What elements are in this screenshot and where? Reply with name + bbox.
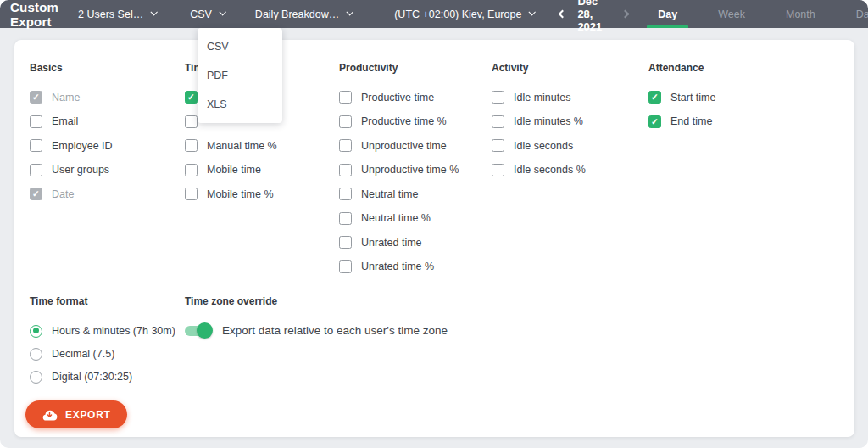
checkbox[interactable] bbox=[339, 139, 352, 152]
checkbox[interactable] bbox=[339, 260, 352, 273]
checkbox[interactable] bbox=[185, 188, 198, 200]
column-productivity: ProductivityProductive timeProductive ti… bbox=[339, 62, 492, 284]
cloud-download-icon bbox=[42, 409, 58, 421]
checkbox[interactable] bbox=[30, 164, 42, 176]
column-title-basics: Basics bbox=[30, 62, 185, 74]
timezone-override-toggle-row[interactable]: Export data relative to each user's time… bbox=[185, 324, 839, 337]
page-title: Custom Export bbox=[10, 0, 58, 28]
checkbox-checked-icon[interactable]: ✓ bbox=[30, 91, 42, 104]
users-dropdown[interactable]: 2 Users Sel… bbox=[78, 0, 156, 28]
export-columns: Basics✓NameEmailEmployee IDUser groups✓D… bbox=[30, 62, 839, 284]
chevron-down-icon bbox=[151, 8, 158, 15]
checkbox-checked-icon[interactable]: ✓ bbox=[648, 91, 661, 104]
checkbox-item-unrated-time[interactable]: Unrated time bbox=[339, 236, 492, 249]
next-date-button[interactable] bbox=[622, 0, 628, 28]
custom-export-screen: Custom Export 2 Users Sel… CSV Daily Bre… bbox=[0, 0, 868, 448]
export-format-dropdown[interactable]: CSV bbox=[190, 0, 225, 28]
chevron-down-icon bbox=[347, 8, 353, 15]
checkbox-item-productive-time[interactable]: Productive time % bbox=[339, 115, 492, 128]
time-format-title: Time format bbox=[30, 295, 185, 307]
checkbox-label: Employee ID bbox=[52, 140, 113, 152]
checkbox[interactable] bbox=[339, 164, 352, 176]
checkbox[interactable] bbox=[492, 139, 504, 152]
checkbox-item-employee-id[interactable]: Employee ID bbox=[30, 139, 185, 152]
timezone-label: (UTC +02:00) Kiev, Europe bbox=[394, 8, 521, 20]
checkbox-label: End time bbox=[670, 115, 712, 127]
checkbox[interactable] bbox=[339, 236, 352, 249]
radio-item-decimal-7-5[interactable]: Decimal (7.5) bbox=[30, 347, 185, 361]
checkbox-item-unrated-time[interactable]: Unrated time % bbox=[339, 260, 492, 273]
tab-day[interactable]: Day bbox=[647, 0, 688, 28]
toggle-knob bbox=[197, 322, 213, 339]
checkbox-item-start-time[interactable]: ✓Start time bbox=[648, 91, 839, 104]
radio-item-hours-minutes-7h-30m[interactable]: Hours & minutes (7h 30m) bbox=[30, 324, 185, 338]
date-navigation: Dec 28, 2021 bbox=[559, 0, 628, 28]
period-tabs: DayWeekMonthDate Range bbox=[628, 0, 868, 28]
checkbox[interactable] bbox=[185, 164, 198, 176]
tab-date-range[interactable]: Date Range bbox=[845, 0, 868, 28]
menu-item-xls[interactable]: XLS bbox=[198, 90, 282, 119]
export-button-label: EXPORT bbox=[65, 409, 111, 421]
checkbox-item-mobile-time[interactable]: Mobile time % bbox=[185, 188, 339, 200]
checkbox-item-date[interactable]: ✓Date bbox=[30, 188, 185, 200]
radio-label: Hours & minutes (7h 30m) bbox=[52, 325, 175, 337]
checkbox-checked-icon[interactable]: ✓ bbox=[648, 115, 661, 128]
checkbox[interactable] bbox=[492, 115, 504, 128]
checkbox-item-idle-seconds[interactable]: Idle seconds bbox=[492, 139, 648, 152]
radio-icon[interactable] bbox=[30, 348, 42, 361]
time-format-section: Time format Hours & minutes (7h 30m)Deci… bbox=[30, 295, 185, 393]
timezone-override-toggle[interactable] bbox=[185, 326, 210, 336]
export-button[interactable]: EXPORT bbox=[25, 400, 127, 428]
checkbox-item-neutral-time[interactable]: Neutral time % bbox=[339, 212, 492, 225]
checkbox-item-email[interactable]: Email bbox=[30, 115, 185, 128]
radio-selected-icon[interactable] bbox=[30, 325, 42, 338]
timezone-dropdown[interactable]: (UTC +02:00) Kiev, Europe bbox=[394, 0, 534, 28]
checkbox-item-idle-seconds[interactable]: Idle seconds % bbox=[492, 164, 648, 176]
checkbox-item-unproductive-time[interactable]: Unproductive time bbox=[339, 139, 492, 152]
breakdown-dropdown[interactable]: Daily Breakdow… bbox=[255, 0, 352, 28]
radio-item-digital-07-30-25[interactable]: Digital (07:30:25) bbox=[30, 370, 185, 384]
checkbox[interactable] bbox=[30, 139, 42, 152]
checkbox-checked-icon[interactable]: ✓ bbox=[30, 188, 42, 200]
prev-date-button[interactable] bbox=[559, 0, 565, 28]
menu-item-pdf[interactable]: PDF bbox=[198, 61, 282, 90]
checkbox-label: Start time bbox=[670, 92, 716, 104]
checkbox-item-idle-minutes[interactable]: Idle minutes bbox=[492, 91, 648, 104]
checkbox[interactable] bbox=[339, 91, 352, 104]
checkbox-item-user-groups[interactable]: User groups bbox=[30, 164, 185, 176]
menu-item-csv[interactable]: CSV bbox=[198, 32, 282, 61]
checkbox-item-name[interactable]: ✓Name bbox=[30, 91, 185, 104]
checkbox-label: Manual time % bbox=[207, 140, 277, 152]
checkbox-item-mobile-time[interactable]: Mobile time bbox=[185, 164, 339, 176]
radio-label: Digital (07:30:25) bbox=[52, 371, 132, 383]
radio-icon[interactable] bbox=[30, 371, 42, 384]
checkbox-label: Neutral time % bbox=[361, 212, 431, 224]
checkbox[interactable] bbox=[185, 139, 198, 152]
checkbox[interactable] bbox=[492, 164, 504, 176]
checkbox-label: Productive time bbox=[361, 92, 434, 104]
checkbox[interactable] bbox=[339, 212, 352, 225]
checkbox-item-neutral-time[interactable]: Neutral time bbox=[339, 188, 492, 200]
checkbox[interactable] bbox=[339, 115, 352, 128]
tab-week[interactable]: Week bbox=[707, 0, 756, 28]
checkbox-label: Mobile time % bbox=[207, 188, 274, 200]
chevron-down-icon bbox=[529, 8, 536, 15]
checkbox-item-productive-time[interactable]: Productive time bbox=[339, 91, 492, 104]
checkbox[interactable] bbox=[185, 115, 198, 128]
checkbox-item-end-time[interactable]: ✓End time bbox=[648, 115, 839, 128]
checkbox-label: Neutral time bbox=[361, 188, 418, 200]
checkbox-label: Email bbox=[52, 115, 78, 127]
tab-month[interactable]: Month bbox=[775, 0, 826, 28]
checkbox-checked-icon[interactable]: ✓ bbox=[185, 91, 198, 104]
checkbox-label: Unrated time % bbox=[361, 260, 434, 272]
checkbox[interactable] bbox=[492, 91, 504, 104]
checkbox[interactable] bbox=[339, 188, 352, 200]
checkbox-item-unproductive-time[interactable]: Unproductive time % bbox=[339, 164, 492, 176]
checkbox-label: Idle seconds bbox=[514, 140, 573, 152]
checkbox-item-manual-time[interactable]: Manual time % bbox=[185, 139, 339, 152]
checkbox-label: Unproductive time bbox=[361, 140, 447, 152]
column-basics: Basics✓NameEmailEmployee IDUser groups✓D… bbox=[30, 62, 185, 284]
checkbox-item-idle-minutes[interactable]: Idle minutes % bbox=[492, 115, 648, 128]
checkbox[interactable] bbox=[30, 115, 42, 128]
export-format-menu: CSV PDF XLS bbox=[198, 28, 282, 123]
